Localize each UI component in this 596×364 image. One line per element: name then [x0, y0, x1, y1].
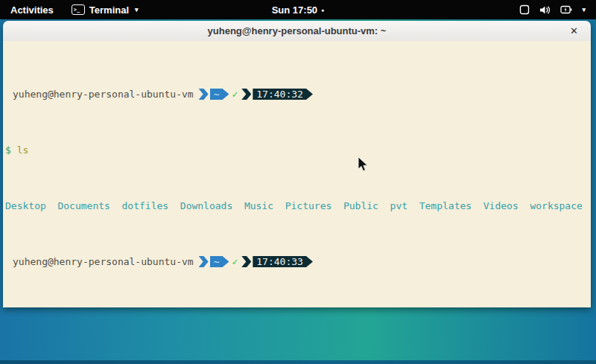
top-bar: Activities >_ Terminal ▾ Sun 17:50 ● ▾ — [0, 0, 596, 19]
prompt-cwd: ~ — [214, 89, 220, 100]
battery-charging-icon — [560, 5, 572, 14]
prompt-line: yuheng@henry-personal-ubuntu-vm ~ ✓ 17:4… — [5, 89, 591, 100]
prompt-time: 17:40:33 — [256, 256, 303, 267]
check-icon: ✓ — [232, 89, 238, 100]
terminal-output[interactable]: yuheng@henry-personal-ubuntu-vm ~ ✓ 17:4… — [3, 41, 591, 307]
chevron-down-icon: ▾ — [135, 6, 139, 13]
wallpaper-bottom-edge — [0, 360, 596, 364]
prompt-user-host: yuheng@henry-personal-ubuntu-vm — [13, 89, 194, 100]
activities-button[interactable]: Activities — [0, 0, 64, 19]
powerline-arrow-icon — [199, 89, 209, 100]
clock-label: Sun 17:50 — [272, 4, 317, 16]
display-icon — [519, 4, 530, 15]
directory-list: Desktop Documents dotfiles Downloads Mus… — [5, 200, 583, 211]
prompt-time: 17:40:32 — [256, 89, 303, 100]
check-icon: ✓ — [232, 256, 238, 267]
prompt-line: yuheng@henry-personal-ubuntu-vm ~ ✓ 17:4… — [5, 256, 591, 267]
powerline-arrow-icon — [199, 256, 209, 267]
app-menu-label: Terminal — [89, 4, 129, 16]
chevron-down-icon: ▾ — [582, 6, 586, 13]
notification-dot: ● — [321, 7, 324, 13]
volume-icon — [539, 5, 551, 15]
terminal-window: yuheng@henry-personal-ubuntu-vm: ~ ✕ yuh… — [3, 21, 591, 307]
close-button[interactable]: ✕ — [567, 21, 581, 41]
window-title: yuheng@henry-personal-ubuntu-vm: ~ — [208, 25, 387, 36]
typed-command: ls — [17, 144, 29, 156]
terminal-app-icon: >_ — [72, 4, 85, 15]
prompt-cwd: ~ — [214, 256, 220, 267]
prompt-user-host: yuheng@henry-personal-ubuntu-vm — [13, 256, 194, 267]
clock[interactable]: Sun 17:50 ● — [272, 4, 325, 16]
prompt-symbol: $ — [5, 144, 11, 156]
titlebar[interactable]: yuheng@henry-personal-ubuntu-vm: ~ ✕ — [3, 21, 591, 42]
command-line: $ ls — [5, 144, 591, 156]
system-status-area[interactable]: ▾ — [509, 0, 596, 19]
powerline-arrow-icon — [241, 89, 251, 100]
app-menu-terminal[interactable]: >_ Terminal ▾ — [64, 0, 146, 19]
ls-output-line: Desktop Documents dotfiles Downloads Mus… — [5, 200, 591, 211]
powerline-arrow-icon — [241, 256, 251, 267]
